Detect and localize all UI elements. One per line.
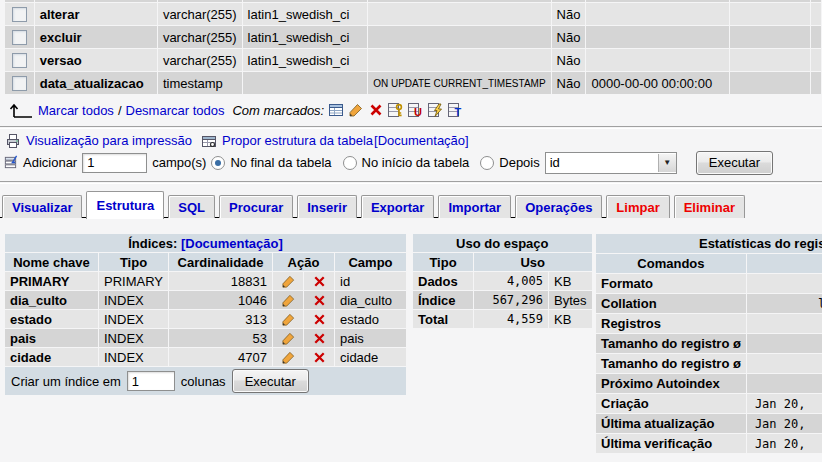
unmark-all-link[interactable]: Desmarcar todos [126, 103, 225, 118]
stat-value [747, 274, 822, 293]
row-select-checkbox[interactable] [12, 7, 27, 22]
table-row: alterar varchar(255) latin1_swedish_ci N… [5, 3, 821, 25]
stat-row: Criação Jan 20, [596, 394, 822, 413]
field-null: Não [552, 3, 586, 25]
index-edit-button[interactable] [273, 329, 303, 347]
index-field: estado [335, 310, 406, 328]
stat-row: Tamanho do registro ø [596, 334, 822, 353]
create-index-execute-button[interactable]: Executar [232, 369, 309, 393]
with-selected-label: Com marcados: [232, 103, 324, 118]
index-field: pais [335, 329, 406, 347]
index-drop-button[interactable] [304, 272, 334, 290]
tab-exportar[interactable]: Exportar [361, 195, 434, 218]
field-type: varchar(255) [158, 49, 242, 71]
add-field-execute-button[interactable]: Executar [696, 151, 773, 175]
stat-row: Tamanho do registro ø [596, 354, 822, 373]
print-view-link[interactable]: Visualização para impressão [26, 133, 192, 148]
index-drop-button[interactable] [304, 348, 334, 366]
col-header: Campo [335, 253, 406, 271]
row-select-checkbox[interactable] [12, 30, 27, 45]
tab-label: Inserir [307, 200, 347, 215]
tab-importar[interactable]: Importar [438, 195, 511, 218]
field-attributes [368, 26, 550, 48]
index-drop-button[interactable] [304, 291, 334, 309]
unique-icon[interactable]: U [408, 102, 424, 118]
documentation-link[interactable]: [Documentação] [374, 133, 469, 148]
fulltext-icon[interactable]: T [448, 102, 464, 118]
space-usage-caption: Uso do espaço [413, 234, 592, 252]
propose-structure-link[interactable]: Propor estrutura da tabela [222, 133, 373, 148]
print-toolbar: Visualização para impressão Propor estru… [5, 131, 469, 150]
execute-label: Executar [245, 374, 296, 389]
field-attributes [368, 3, 550, 25]
row-statistics-table: Estatísticas do registro Comandos Format… [595, 233, 822, 454]
svg-text:T: T [455, 106, 462, 118]
add-field-count-input[interactable]: 1 [82, 153, 147, 173]
usage-type: Total [413, 310, 473, 328]
check-all-arrow-icon [8, 101, 34, 120]
index-key: pais [5, 329, 98, 347]
tab-visualizar[interactable]: Visualizar [2, 195, 82, 218]
index-edit-button[interactable] [273, 272, 303, 290]
col-header: Nome chave [5, 253, 98, 271]
index-field: id [335, 272, 406, 290]
index-edit-button[interactable] [273, 348, 303, 366]
usage-unit: Bytes [549, 291, 592, 309]
col-header-value [747, 254, 822, 273]
indexes-table: Índices: [Documentação] Nome chave Tipo … [4, 233, 407, 396]
index-type: INDEX [99, 348, 168, 366]
drop-icon[interactable] [368, 102, 384, 118]
index-icon[interactable] [428, 102, 444, 118]
index-cardinality: 313 [169, 310, 272, 328]
unique-icon-glyph: U [408, 102, 424, 118]
row-select-checkbox[interactable] [12, 76, 27, 91]
index-drop-button[interactable] [304, 329, 334, 347]
stat-label: Collation [596, 294, 746, 313]
index-edit-button[interactable] [273, 291, 303, 309]
space-usage-row: Total 4,559 KB [413, 310, 592, 328]
mark-all-link[interactable]: Marcar todos [38, 103, 114, 118]
insert-row-icon [3, 155, 18, 170]
edit-icon [281, 274, 296, 289]
col-header: Comandos [596, 254, 746, 273]
after-field-select[interactable]: id ▼ [545, 152, 677, 174]
indexes-documentation-link[interactable]: [Documentação] [181, 236, 283, 251]
tab-sql[interactable]: SQL [168, 195, 215, 218]
index-row: PRIMARY PRIMARY 18831 id [5, 272, 406, 290]
index-edit-button[interactable] [273, 310, 303, 328]
stat-row: Última verificação Jan 20, [596, 434, 822, 453]
index-type: INDEX [99, 291, 168, 309]
field-default [586, 3, 729, 25]
phpmyadmin-structure-page: alterar varchar(255) latin1_swedish_ci N… [0, 0, 822, 462]
tab-limpar[interactable]: Limpar [606, 195, 669, 218]
index-cardinality: 4707 [169, 348, 272, 366]
primary-key-icon-glyph [388, 102, 404, 118]
add-field-label: Adicionar [23, 155, 77, 170]
primary-key-icon[interactable] [388, 102, 404, 118]
index-drop-button[interactable] [304, 310, 334, 328]
tab-operacoes[interactable]: Operações [515, 195, 602, 218]
create-index-columns-input[interactable]: 1 [127, 371, 175, 391]
stat-value [747, 334, 822, 353]
radio-at-begin[interactable] [343, 156, 357, 170]
stat-label: Próximo Autoindex [596, 374, 746, 393]
tab-eliminar[interactable]: Eliminar [674, 195, 745, 218]
radio-at-end[interactable] [211, 156, 225, 170]
browse-icon[interactable] [328, 102, 344, 118]
tab-estrutura[interactable]: Estrutura [86, 191, 164, 219]
create-index-columns-value: 1 [132, 374, 139, 389]
tab-inserir[interactable]: Inserir [297, 195, 357, 218]
stat-value: Jan 20, [747, 434, 822, 453]
tab-procurar[interactable]: Procurar [219, 195, 293, 218]
drop-icon [312, 350, 327, 365]
edit-icon[interactable] [348, 102, 364, 118]
usage-unit: KB [549, 310, 592, 328]
field-name: versao [35, 49, 157, 71]
add-field-row: Adicionar 1 campo(s) No final da tabela … [3, 149, 773, 176]
drop-icon [312, 312, 327, 327]
index-row: pais INDEX 53 pais [5, 329, 406, 347]
stat-row: Collation latin1_swedish_ci [596, 294, 822, 313]
radio-after[interactable] [480, 156, 494, 170]
row-select-checkbox[interactable] [12, 53, 27, 68]
stat-value: Jan 20, [747, 414, 822, 433]
